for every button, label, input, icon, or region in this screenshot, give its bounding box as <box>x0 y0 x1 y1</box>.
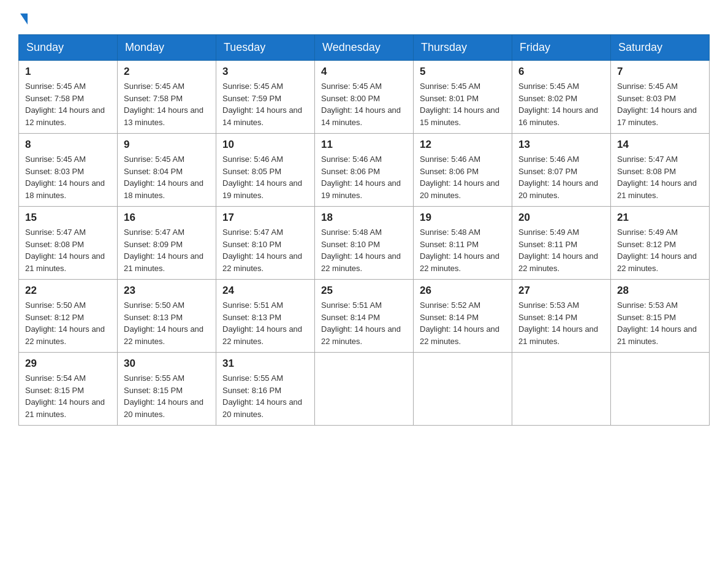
calendar-cell: 27Sunrise: 5:53 AMSunset: 8:14 PMDayligh… <box>512 280 611 353</box>
calendar-cell: 5Sunrise: 5:45 AMSunset: 8:01 PMDaylight… <box>414 61 512 134</box>
day-number: 5 <box>420 66 506 78</box>
day-number: 21 <box>617 212 703 224</box>
day-number: 31 <box>222 358 308 370</box>
calendar-week-2: 8Sunrise: 5:45 AMSunset: 8:03 PMDaylight… <box>19 134 710 207</box>
calendar-cell: 8Sunrise: 5:45 AMSunset: 8:03 PMDaylight… <box>19 134 118 207</box>
day-info: Sunrise: 5:45 AMSunset: 7:59 PMDaylight:… <box>222 80 308 128</box>
day-info: Sunrise: 5:46 AMSunset: 8:06 PMDaylight:… <box>321 153 407 201</box>
calendar-table: SundayMondayTuesdayWednesdayThursdayFrid… <box>18 34 710 426</box>
day-number: 28 <box>617 285 703 297</box>
calendar-cell: 26Sunrise: 5:52 AMSunset: 8:14 PMDayligh… <box>414 280 512 353</box>
calendar-cell: 15Sunrise: 5:47 AMSunset: 8:08 PMDayligh… <box>19 207 118 280</box>
day-number: 13 <box>518 139 604 151</box>
day-number: 12 <box>420 139 506 151</box>
day-info: Sunrise: 5:50 AMSunset: 8:13 PMDaylight:… <box>124 299 210 347</box>
calendar-cell: 16Sunrise: 5:47 AMSunset: 8:09 PMDayligh… <box>118 207 216 280</box>
day-info: Sunrise: 5:45 AMSunset: 7:58 PMDaylight:… <box>124 80 210 128</box>
day-info: Sunrise: 5:49 AMSunset: 8:12 PMDaylight:… <box>617 226 703 274</box>
logo-triangle-icon <box>20 13 28 25</box>
day-info: Sunrise: 5:45 AMSunset: 8:00 PMDaylight:… <box>321 80 407 128</box>
day-info: Sunrise: 5:45 AMSunset: 7:58 PMDaylight:… <box>25 80 111 128</box>
calendar-cell: 31Sunrise: 5:55 AMSunset: 8:16 PMDayligh… <box>216 353 315 426</box>
column-header-monday: Monday <box>118 35 216 61</box>
day-number: 7 <box>617 66 703 78</box>
day-number: 16 <box>124 212 210 224</box>
day-info: Sunrise: 5:45 AMSunset: 8:01 PMDaylight:… <box>420 80 506 128</box>
calendar-cell: 6Sunrise: 5:45 AMSunset: 8:02 PMDaylight… <box>512 61 611 134</box>
day-number: 15 <box>25 212 111 224</box>
calendar-cell: 10Sunrise: 5:46 AMSunset: 8:05 PMDayligh… <box>216 134 315 207</box>
calendar-cell: 13Sunrise: 5:46 AMSunset: 8:07 PMDayligh… <box>512 134 611 207</box>
column-header-thursday: Thursday <box>414 35 512 61</box>
day-info: Sunrise: 5:53 AMSunset: 8:15 PMDaylight:… <box>617 299 703 347</box>
logo <box>18 12 28 25</box>
day-info: Sunrise: 5:47 AMSunset: 8:08 PMDaylight:… <box>617 153 703 201</box>
day-number: 26 <box>420 285 506 297</box>
day-info: Sunrise: 5:47 AMSunset: 8:10 PMDaylight:… <box>222 226 308 274</box>
calendar-cell: 30Sunrise: 5:55 AMSunset: 8:15 PMDayligh… <box>118 353 216 426</box>
day-info: Sunrise: 5:47 AMSunset: 8:08 PMDaylight:… <box>25 226 111 274</box>
calendar-cell <box>512 353 611 426</box>
day-info: Sunrise: 5:54 AMSunset: 8:15 PMDaylight:… <box>25 372 111 420</box>
day-number: 1 <box>25 66 111 78</box>
column-header-tuesday: Tuesday <box>216 35 315 61</box>
day-info: Sunrise: 5:51 AMSunset: 8:13 PMDaylight:… <box>222 299 308 347</box>
day-info: Sunrise: 5:46 AMSunset: 8:07 PMDaylight:… <box>518 153 604 201</box>
day-number: 22 <box>25 285 111 297</box>
calendar-cell: 22Sunrise: 5:50 AMSunset: 8:12 PMDayligh… <box>19 280 118 353</box>
day-number: 11 <box>321 139 407 151</box>
calendar-cell: 2Sunrise: 5:45 AMSunset: 7:58 PMDaylight… <box>118 61 216 134</box>
day-number: 19 <box>420 212 506 224</box>
calendar-cell: 28Sunrise: 5:53 AMSunset: 8:15 PMDayligh… <box>611 280 710 353</box>
day-info: Sunrise: 5:45 AMSunset: 8:03 PMDaylight:… <box>25 153 111 201</box>
day-number: 25 <box>321 285 407 297</box>
day-number: 30 <box>124 358 210 370</box>
calendar-week-3: 15Sunrise: 5:47 AMSunset: 8:08 PMDayligh… <box>19 207 710 280</box>
calendar-cell: 14Sunrise: 5:47 AMSunset: 8:08 PMDayligh… <box>611 134 710 207</box>
page-header <box>18 12 710 25</box>
calendar-cell: 3Sunrise: 5:45 AMSunset: 7:59 PMDaylight… <box>216 61 315 134</box>
calendar-header-row: SundayMondayTuesdayWednesdayThursdayFrid… <box>19 35 710 61</box>
day-number: 4 <box>321 66 407 78</box>
day-info: Sunrise: 5:55 AMSunset: 8:15 PMDaylight:… <box>124 372 210 420</box>
calendar-cell: 1Sunrise: 5:45 AMSunset: 7:58 PMDaylight… <box>19 61 118 134</box>
day-number: 2 <box>124 66 210 78</box>
day-number: 17 <box>222 212 308 224</box>
day-info: Sunrise: 5:46 AMSunset: 8:06 PMDaylight:… <box>420 153 506 201</box>
day-info: Sunrise: 5:51 AMSunset: 8:14 PMDaylight:… <box>321 299 407 347</box>
day-number: 10 <box>222 139 308 151</box>
day-number: 8 <box>25 139 111 151</box>
calendar-cell: 17Sunrise: 5:47 AMSunset: 8:10 PMDayligh… <box>216 207 315 280</box>
calendar-cell: 19Sunrise: 5:48 AMSunset: 8:11 PMDayligh… <box>414 207 512 280</box>
day-number: 29 <box>25 358 111 370</box>
calendar-cell <box>414 353 512 426</box>
calendar-cell <box>315 353 414 426</box>
calendar-cell: 21Sunrise: 5:49 AMSunset: 8:12 PMDayligh… <box>611 207 710 280</box>
calendar-cell: 24Sunrise: 5:51 AMSunset: 8:13 PMDayligh… <box>216 280 315 353</box>
day-info: Sunrise: 5:45 AMSunset: 8:04 PMDaylight:… <box>124 153 210 201</box>
calendar-week-1: 1Sunrise: 5:45 AMSunset: 7:58 PMDaylight… <box>19 61 710 134</box>
day-number: 20 <box>518 212 604 224</box>
calendar-cell: 20Sunrise: 5:49 AMSunset: 8:11 PMDayligh… <box>512 207 611 280</box>
calendar-week-5: 29Sunrise: 5:54 AMSunset: 8:15 PMDayligh… <box>19 353 710 426</box>
day-info: Sunrise: 5:55 AMSunset: 8:16 PMDaylight:… <box>222 372 308 420</box>
day-number: 6 <box>518 66 604 78</box>
day-info: Sunrise: 5:53 AMSunset: 8:14 PMDaylight:… <box>518 299 604 347</box>
column-header-sunday: Sunday <box>19 35 118 61</box>
calendar-cell: 4Sunrise: 5:45 AMSunset: 8:00 PMDaylight… <box>315 61 414 134</box>
day-number: 23 <box>124 285 210 297</box>
day-info: Sunrise: 5:50 AMSunset: 8:12 PMDaylight:… <box>25 299 111 347</box>
calendar-cell: 23Sunrise: 5:50 AMSunset: 8:13 PMDayligh… <box>118 280 216 353</box>
calendar-cell: 12Sunrise: 5:46 AMSunset: 8:06 PMDayligh… <box>414 134 512 207</box>
day-number: 24 <box>222 285 308 297</box>
column-header-wednesday: Wednesday <box>315 35 414 61</box>
day-info: Sunrise: 5:48 AMSunset: 8:11 PMDaylight:… <box>420 226 506 274</box>
day-info: Sunrise: 5:49 AMSunset: 8:11 PMDaylight:… <box>518 226 604 274</box>
day-info: Sunrise: 5:48 AMSunset: 8:10 PMDaylight:… <box>321 226 407 274</box>
column-header-saturday: Saturday <box>611 35 710 61</box>
day-info: Sunrise: 5:45 AMSunset: 8:03 PMDaylight:… <box>617 80 703 128</box>
calendar-week-4: 22Sunrise: 5:50 AMSunset: 8:12 PMDayligh… <box>19 280 710 353</box>
day-number: 27 <box>518 285 604 297</box>
calendar-cell: 7Sunrise: 5:45 AMSunset: 8:03 PMDaylight… <box>611 61 710 134</box>
calendar-cell: 11Sunrise: 5:46 AMSunset: 8:06 PMDayligh… <box>315 134 414 207</box>
